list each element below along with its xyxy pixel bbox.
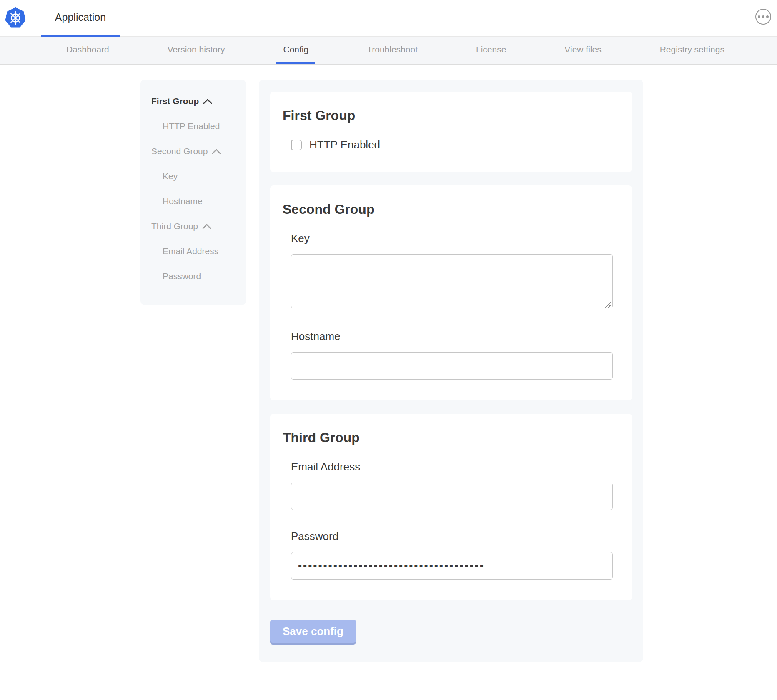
config-form-panel: First Group HTTP Enabled Second Group Ke…: [259, 80, 643, 662]
dot: [762, 15, 764, 18]
tab-troubleshoot[interactable]: Troubleshoot: [360, 37, 424, 64]
sidebar-item-email-address[interactable]: Email Address: [151, 239, 238, 264]
sidebar-item-label: Password: [163, 271, 201, 281]
config-group-third: Third Group Email Address Password: [270, 414, 632, 600]
sidebar-item-label: Second Group: [151, 146, 208, 156]
hostname-input[interactable]: [291, 352, 613, 380]
dot: [766, 15, 769, 18]
http-enabled-checkbox[interactable]: [291, 140, 302, 150]
sidebar-item-label: Key: [163, 171, 178, 181]
app-nav-bar: Dashboard Version history Config Trouble…: [0, 37, 777, 65]
email-address-input[interactable]: [291, 482, 613, 510]
tab-registry-settings[interactable]: Registry settings: [653, 37, 731, 64]
sidebar-item-label: First Group: [151, 96, 199, 106]
chevron-up-icon: [202, 223, 211, 229]
sidebar-item-http-enabled[interactable]: HTTP Enabled: [151, 114, 238, 139]
chevron-up-icon: [212, 148, 221, 154]
config-page: First Group HTTP Enabled Second Group Ke…: [0, 65, 777, 700]
sidebar-item-label: Third Group: [151, 221, 198, 231]
sidebar-item-label: HTTP Enabled: [163, 121, 220, 131]
field-label: Email Address: [291, 460, 613, 473]
tab-dashboard[interactable]: Dashboard: [60, 37, 116, 64]
tab-view-files[interactable]: View files: [558, 37, 608, 64]
field-label: Key: [291, 232, 613, 245]
email-address-field: Email Address: [291, 460, 613, 510]
hostname-field: Hostname: [291, 330, 613, 380]
top-header: Application: [0, 0, 777, 37]
save-config-button[interactable]: Save config: [270, 620, 356, 643]
group-title: Third Group: [283, 430, 613, 445]
field-label: Hostname: [291, 330, 613, 343]
config-sidebar: First Group HTTP Enabled Second Group Ke…: [140, 80, 246, 305]
ellipsis-icon[interactable]: [755, 9, 771, 25]
sidebar-item-first-group[interactable]: First Group: [151, 89, 238, 114]
dot: [758, 15, 760, 18]
kubernetes-logo-icon: [5, 8, 26, 28]
tab-config[interactable]: Config: [276, 37, 315, 64]
application-tab[interactable]: Application: [41, 0, 120, 37]
sidebar-item-label: Email Address: [163, 246, 218, 256]
sidebar-item-password[interactable]: Password: [151, 264, 238, 289]
config-group-second: Second Group Key Hostname: [270, 185, 632, 400]
key-textarea[interactable]: [291, 254, 613, 308]
field-label: Password: [291, 530, 613, 543]
config-group-first: First Group HTTP Enabled: [270, 92, 632, 172]
key-field: Key: [291, 232, 613, 310]
password-input[interactable]: [291, 552, 613, 580]
sidebar-item-hostname[interactable]: Hostname: [151, 189, 238, 214]
sidebar-item-third-group[interactable]: Third Group: [151, 214, 238, 239]
sidebar-item-label: Hostname: [163, 196, 203, 206]
sidebar-item-second-group[interactable]: Second Group: [151, 139, 238, 164]
http-enabled-field: HTTP Enabled: [291, 138, 613, 151]
group-title: Second Group: [283, 201, 613, 217]
checkbox-label: HTTP Enabled: [309, 138, 380, 151]
sidebar-item-key[interactable]: Key: [151, 164, 238, 189]
chevron-up-icon: [203, 98, 212, 104]
password-field: Password: [291, 530, 613, 580]
group-title: First Group: [283, 108, 613, 123]
tab-license[interactable]: License: [469, 37, 513, 64]
tab-version-history[interactable]: Version history: [161, 37, 232, 64]
